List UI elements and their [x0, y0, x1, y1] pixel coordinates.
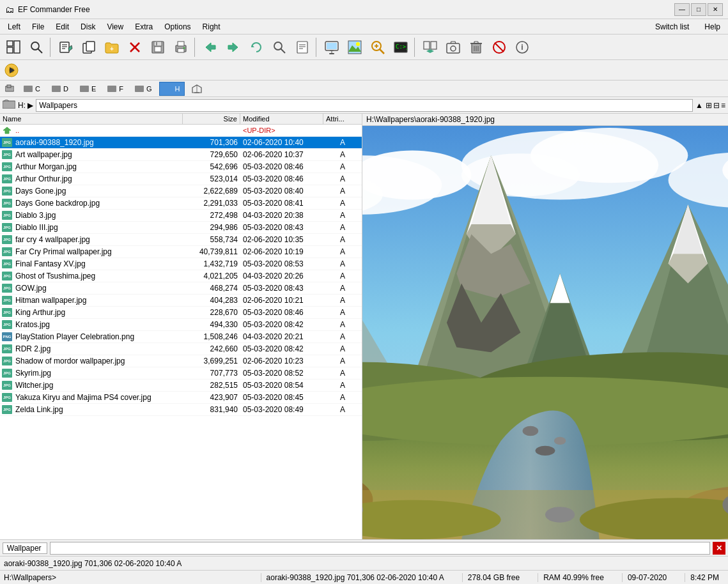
- file-modified: 05-03-2020 08:43: [240, 222, 323, 233]
- file-list[interactable]: .. <UP-DIR> JPG aoraki-90388_1920.jpg 70…: [0, 125, 362, 539]
- file-row[interactable]: JPG Art wallpaper.jpg 729,650 02-06-2020…: [0, 149, 362, 161]
- toolbar-monitor-btn[interactable]: [321, 36, 343, 58]
- drive-c[interactable]: C: [19, 82, 45, 96]
- file-name: Hitman wallpaper.jpg: [14, 295, 183, 305]
- media-icon[interactable]: [3, 62, 20, 79]
- toolbar-terminal-btn[interactable]: C:>_: [390, 36, 412, 58]
- file-row[interactable]: JPG King Arthur.jpg 228,670 05-03-2020 0…: [0, 307, 362, 319]
- updir-modified: <UP-DIR>: [240, 126, 323, 135]
- file-modified: 04-03-2020 20:21: [240, 332, 323, 342]
- col-attr-header[interactable]: Attri...: [323, 114, 362, 124]
- drive-g[interactable]: G: [130, 82, 157, 96]
- drive-e[interactable]: E: [75, 82, 100, 96]
- toolbar-save-btn[interactable]: [147, 36, 169, 58]
- toolbar-sync-btn[interactable]: [419, 36, 441, 58]
- file-row[interactable]: JPG Skyrim.jpg 707,773 05-03-2020 08:52 …: [0, 367, 362, 380]
- file-row[interactable]: JPG Ghost of Tsushima.jpeg 4,021,205 04-…: [0, 270, 362, 282]
- toolbar-print-btn[interactable]: [170, 36, 192, 58]
- toolbar-panel-btn[interactable]: [3, 36, 24, 58]
- menu-extra[interactable]: Extra: [130, 21, 158, 33]
- drive-network[interactable]: [187, 82, 206, 96]
- file-row[interactable]: JPG aoraki-90388_1920.jpg 701,306 02-06-…: [0, 137, 362, 149]
- toolbar-edit-btn[interactable]: [55, 36, 77, 58]
- file-size: 494,330: [183, 319, 240, 330]
- file-attr: A: [323, 283, 362, 293]
- menu-view[interactable]: View: [102, 21, 128, 33]
- toolbar-newfolder-btn[interactable]: +: [101, 36, 123, 58]
- file-modified: 05-03-2020 08:42: [240, 344, 323, 354]
- file-name: aoraki-90388_1920.jpg: [14, 137, 183, 148]
- file-row[interactable]: JPG Witcher.jpg 282,515 05-03-2020 08:54…: [0, 380, 362, 392]
- col-icon3[interactable]: ≡: [721, 101, 725, 110]
- switch-list-button[interactable]: Switch list: [650, 21, 694, 33]
- file-row[interactable]: JPG Final Fantasy XV.jpg 1,432,719 05-03…: [0, 258, 362, 270]
- menu-options[interactable]: Options: [159, 21, 196, 33]
- file-row[interactable]: JPG Kratos.jpg 494,330 05-03-2020 08:42 …: [0, 319, 362, 331]
- toolbar-find-btn[interactable]: [268, 36, 290, 58]
- sort-asc-icon[interactable]: ▲: [695, 101, 703, 110]
- toolbar-copy-btn[interactable]: [78, 36, 100, 58]
- file-row[interactable]: JPG Days Gone.jpg 2,622,689 05-03-2020 0…: [0, 185, 362, 197]
- file-type-icon: PNG: [1, 332, 13, 342]
- file-row[interactable]: JPG RDR 2.jpg 242,660 05-03-2020 08:42 A: [0, 343, 362, 355]
- col-icon2[interactable]: ⊟: [713, 101, 720, 110]
- col-icon1[interactable]: ⊞: [706, 101, 712, 110]
- minimize-button[interactable]: —: [674, 3, 690, 16]
- cmd-clear-btn[interactable]: ✕: [713, 542, 725, 555]
- menu-left[interactable]: Left: [3, 21, 26, 33]
- file-name: Far Cry Primal wallpaper.jpg: [14, 247, 183, 257]
- file-row[interactable]: JPG Shadow of mordor wallpaper.jpg 3,699…: [0, 355, 362, 367]
- col-size-header[interactable]: Size: [183, 114, 240, 124]
- path-input[interactable]: [36, 99, 693, 112]
- file-row[interactable]: JPG Yakuza Kiryu and Majima PS4 cover.jp…: [0, 392, 362, 404]
- file-row[interactable]: JPG Hitman wallpaper.jpg 404,283 02-06-2…: [0, 295, 362, 307]
- toolbar-forward-btn[interactable]: [222, 36, 244, 58]
- preview-image: [362, 126, 728, 539]
- file-row-updir[interactable]: .. <UP-DIR>: [0, 125, 362, 137]
- toolbar-info-btn[interactable]: i: [511, 36, 533, 58]
- close-button[interactable]: ✕: [708, 3, 723, 16]
- toolbar-search-btn[interactable]: [26, 36, 47, 58]
- drive-f[interactable]: F: [103, 82, 128, 96]
- cmd-input[interactable]: [50, 542, 710, 555]
- menu-file[interactable]: File: [27, 21, 49, 33]
- file-panel: Name Size Modified Attri... .. <UP-DIR>: [0, 114, 362, 539]
- title-bar-controls: — □ ✕: [674, 3, 723, 16]
- file-attr: A: [323, 198, 362, 208]
- toolbar-camera-btn[interactable]: [442, 36, 464, 58]
- file-row[interactable]: PNG PlayStation Player Celebration.png 1…: [0, 331, 362, 343]
- file-row[interactable]: JPG GOW.jpg 468,274 05-03-2020 08:43 A: [0, 282, 362, 295]
- file-size: 272,498: [183, 210, 240, 220]
- toolbar-zoom-btn[interactable]: [367, 36, 389, 58]
- menu-disk[interactable]: Disk: [75, 21, 100, 33]
- file-header: Name Size Modified Attri...: [0, 114, 362, 125]
- drive-arrow-btn[interactable]: [3, 82, 17, 96]
- file-name: Arthur Orthur.jpg: [14, 174, 183, 184]
- menu-edit[interactable]: Edit: [50, 21, 74, 33]
- file-row[interactable]: JPG far cry 4 wallpaper.jpg 558,734 02-0…: [0, 234, 362, 246]
- file-row[interactable]: JPG Arthur Morgan.jpg 542,696 05-03-2020…: [0, 161, 362, 173]
- file-name: Days Gone backdrop.jpg: [14, 198, 183, 208]
- menu-help[interactable]: Help: [699, 21, 725, 33]
- toolbar-trash-btn[interactable]: [465, 36, 487, 58]
- menu-right[interactable]: Right: [197, 21, 226, 33]
- file-row[interactable]: JPG Days Gone backdrop.jpg 2,291,033 05-…: [0, 197, 362, 210]
- toolbar-block-btn[interactable]: [488, 36, 510, 58]
- file-row[interactable]: JPG Arthur Orthur.jpg 523,014 05-03-2020…: [0, 173, 362, 185]
- maximize-button[interactable]: □: [691, 3, 706, 16]
- svg-point-99: [554, 437, 566, 445]
- toolbar-delete-btn[interactable]: [124, 36, 146, 58]
- toolbar-refresh-btn[interactable]: [245, 36, 267, 58]
- col-modified-header[interactable]: Modified: [240, 114, 323, 124]
- drive-d[interactable]: D: [47, 82, 73, 96]
- drive-h[interactable]: H: [159, 82, 185, 96]
- file-row[interactable]: JPG Zelda Link.jpg 831,940 05-03-2020 08…: [0, 404, 362, 416]
- file-attr: A: [323, 150, 362, 160]
- toolbar-back-btn[interactable]: [199, 36, 221, 58]
- toolbar-docview-btn[interactable]: [291, 36, 313, 58]
- file-row[interactable]: JPG Diablo 3.jpg 272,498 04-03-2020 20:3…: [0, 210, 362, 222]
- file-row[interactable]: JPG Far Cry Primal wallpaper.jpg 40,739,…: [0, 246, 362, 258]
- col-name-header[interactable]: Name: [0, 114, 183, 124]
- toolbar-mountain-btn[interactable]: [344, 36, 366, 58]
- file-row[interactable]: JPG Diablo III.jpg 294,986 05-03-2020 08…: [0, 222, 362, 234]
